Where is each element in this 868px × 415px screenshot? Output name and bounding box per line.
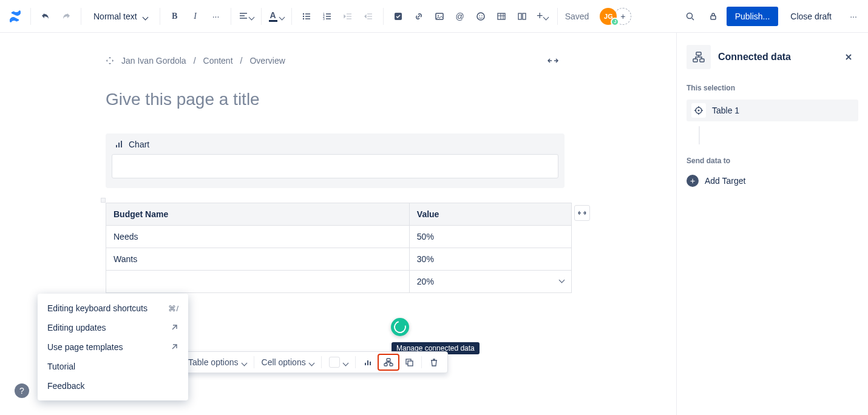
toolbar: Normal text B I ··· A 123 @ + Saved JG J… — [0, 0, 868, 33]
data-table[interactable]: Budget Name Value Needs 50% Wants 30% — [100, 203, 566, 293]
chevron-down-icon — [344, 357, 348, 367]
svg-text:3: 3 — [323, 17, 325, 21]
svg-rect-12 — [498, 13, 505, 19]
delete-button[interactable] — [424, 354, 444, 371]
table-select-all-handle[interactable] — [101, 198, 106, 203]
table-row: Wants 30% — [106, 248, 572, 271]
more-format-button[interactable]: ··· — [206, 7, 226, 26]
outdent-button[interactable] — [338, 7, 358, 26]
external-link-icon — [170, 323, 178, 332]
text-style-label: Normal text — [93, 12, 137, 21]
page-width-toggle[interactable] — [548, 56, 558, 65]
svg-point-8 — [438, 15, 439, 16]
table-cell[interactable] — [106, 271, 410, 293]
connected-data-panel: Connected data This selection Table 1 Se… — [676, 33, 868, 415]
chevron-down-icon — [242, 357, 246, 367]
action-item-button[interactable] — [388, 7, 408, 26]
undo-button[interactable] — [36, 7, 55, 26]
table-options-button[interactable]: Table options — [183, 354, 251, 371]
confluence-logo-icon[interactable] — [5, 7, 25, 26]
restrictions-button[interactable] — [704, 7, 723, 26]
svg-rect-16 — [711, 16, 716, 19]
text-style-select[interactable]: Normal text — [86, 7, 155, 26]
svg-rect-17 — [387, 359, 390, 361]
image-button[interactable] — [430, 7, 449, 26]
breadcrumb-item[interactable]: Jan Ivan Gordola — [121, 56, 186, 66]
italic-button[interactable]: I — [186, 7, 205, 26]
help-menu-item[interactable]: Use page templates — [38, 337, 188, 357]
svg-rect-21 — [408, 361, 413, 366]
table-cell[interactable]: 30% — [409, 248, 571, 271]
svg-point-2 — [303, 18, 304, 19]
help-menu: Editing keyboard shortcuts ⌘/ Editing up… — [38, 294, 188, 400]
chart-body[interactable] — [112, 154, 558, 178]
insert-button[interactable]: + — [533, 7, 552, 26]
chart-icon — [114, 140, 124, 149]
insert-chart-button[interactable] — [358, 354, 378, 371]
bold-button[interactable]: B — [165, 7, 185, 26]
svg-point-9 — [477, 13, 484, 20]
search-button[interactable] — [680, 7, 700, 26]
svg-rect-23 — [693, 59, 697, 62]
help-button[interactable]: ? — [15, 383, 29, 398]
svg-point-10 — [479, 15, 480, 16]
table-row: Needs 50% — [106, 226, 572, 248]
svg-rect-19 — [390, 363, 393, 366]
svg-rect-18 — [384, 363, 387, 366]
layout-button[interactable] — [512, 7, 532, 26]
close-panel-button[interactable] — [839, 47, 858, 67]
copy-button[interactable] — [399, 354, 419, 371]
bullet-list-button[interactable] — [297, 7, 316, 26]
page-title-input[interactable]: Give this page a title — [106, 90, 565, 109]
mention-button[interactable]: @ — [450, 7, 470, 26]
breadcrumb-item[interactable]: Overview — [249, 56, 285, 66]
add-target-button[interactable]: + Add Target — [687, 172, 858, 189]
table-header[interactable]: Budget Name — [106, 203, 410, 226]
chart-macro[interactable]: Chart — [106, 133, 565, 188]
publish-button[interactable]: Publish... — [727, 7, 779, 26]
manage-connected-data-button[interactable] — [378, 354, 399, 371]
chevron-down-icon[interactable] — [560, 274, 564, 284]
external-link-icon — [170, 343, 178, 351]
cell-background-button[interactable] — [324, 354, 353, 371]
help-menu-item[interactable]: Tutorial — [38, 357, 188, 376]
emoji-button[interactable] — [471, 7, 490, 26]
grammarly-icon[interactable] — [391, 318, 409, 336]
number-list-button[interactable]: 123 — [317, 7, 337, 26]
table-header[interactable]: Value — [409, 203, 571, 226]
panel-title: Connected data — [718, 52, 832, 62]
svg-point-1 — [303, 15, 304, 16]
help-menu-item[interactable]: Editing updates — [38, 318, 188, 337]
table-cell[interactable]: Needs — [106, 226, 410, 248]
text-color-button[interactable]: A — [266, 7, 287, 26]
indent-button[interactable] — [359, 7, 378, 26]
help-menu-item[interactable]: Feedback — [38, 376, 188, 396]
selection-label: Table 1 — [712, 106, 739, 115]
more-actions-button[interactable]: ··· — [844, 7, 863, 26]
table-width-toggle[interactable] — [574, 205, 590, 221]
close-draft-button[interactable]: Close draft — [782, 7, 840, 26]
link-button[interactable] — [409, 7, 429, 26]
table-row: 20% — [106, 271, 572, 293]
table-cell[interactable]: Wants — [106, 248, 410, 271]
breadcrumb-item[interactable]: Content — [203, 56, 233, 66]
svg-point-15 — [687, 13, 692, 18]
cell-options-button[interactable]: Cell options — [257, 354, 319, 371]
help-menu-item[interactable]: Editing keyboard shortcuts ⌘/ — [38, 299, 188, 318]
section-label: This selection — [687, 84, 858, 92]
svg-rect-24 — [700, 59, 704, 62]
svg-rect-13 — [518, 13, 521, 19]
table-cell[interactable]: 50% — [409, 226, 571, 248]
redo-button[interactable] — [56, 7, 76, 26]
table-cell[interactable]: 20% — [409, 271, 571, 293]
selection-item[interactable]: Table 1 — [687, 100, 858, 121]
align-button[interactable] — [236, 7, 256, 26]
table-button[interactable] — [492, 7, 511, 26]
svg-point-0 — [303, 13, 304, 14]
svg-rect-14 — [523, 13, 526, 19]
move-page-icon[interactable] — [106, 56, 114, 65]
saved-status: Saved — [565, 12, 589, 21]
avatar[interactable]: JG J — [600, 8, 617, 25]
tree-connector — [699, 126, 858, 144]
table-floating-toolbar: Table options Cell options — [179, 351, 448, 373]
